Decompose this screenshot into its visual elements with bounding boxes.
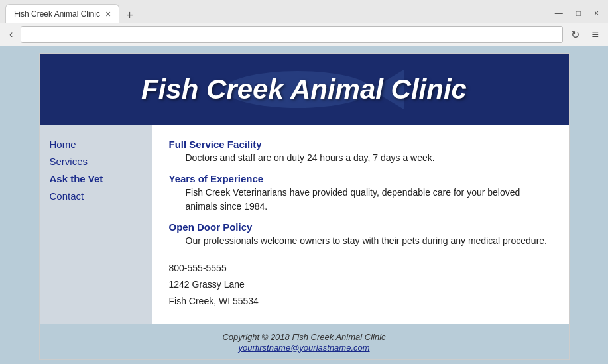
text-open-door: Our professionals welcome owners to stay… <box>186 234 552 248</box>
footer-email-link[interactable]: yourfirstname@yourlastname.com <box>46 343 562 353</box>
website-wrapper: Fish Creek Animal Clinic Home Services A… <box>0 46 608 364</box>
sidebar-item-ask-vet[interactable]: Ask the Vet <box>50 173 142 185</box>
refresh-button[interactable]: ↻ <box>567 27 583 42</box>
maximize-button[interactable]: □ <box>572 7 585 19</box>
ask-vet-link[interactable]: Ask the Vet <box>50 173 103 184</box>
text-full-service: Doctors and staff are on duty 24 hours a… <box>186 151 552 165</box>
sidebar: Home Services Ask the Vet Contact <box>40 125 152 324</box>
site-header: Fish Creek Animal Clinic <box>40 54 569 125</box>
tab-close-icon[interactable]: × <box>105 9 111 19</box>
section-open-door: Open Door Policy Our professionals welco… <box>169 221 552 248</box>
section-full-service: Full Service Facility Doctors and staff … <box>169 139 552 165</box>
window-controls: — □ × <box>551 7 603 19</box>
sidebar-nav: Home Services Ask the Vet Contact <box>50 139 142 202</box>
services-link[interactable]: Services <box>50 156 88 167</box>
site-title: Fish Creek Animal Clinic <box>53 74 556 105</box>
address-bar[interactable] <box>21 26 563 43</box>
main-content: Full Service Facility Doctors and staff … <box>152 125 569 324</box>
minimize-button[interactable]: — <box>551 7 567 19</box>
contact-link[interactable]: Contact <box>50 190 84 202</box>
sidebar-item-contact[interactable]: Contact <box>50 190 142 202</box>
text-experience: Fish Creek Veterinarians have provided q… <box>186 186 552 213</box>
home-link[interactable]: Home <box>50 139 76 150</box>
heading-full-service: Full Service Facility <box>169 139 552 150</box>
site-body: Home Services Ask the Vet Contact Ful <box>40 125 569 324</box>
window-close-button[interactable]: × <box>590 7 603 19</box>
new-tab-button[interactable]: + <box>122 9 137 23</box>
navigation-bar: ‹ ↻ ≡ <box>0 23 608 46</box>
browser-chrome: Fish Creek Animal Clinic × + — □ × ‹ ↻ ≡ <box>0 0 608 46</box>
back-button[interactable]: ‹ <box>5 27 17 42</box>
sidebar-item-home[interactable]: Home <box>50 139 142 151</box>
heading-experience: Years of Experience <box>169 173 552 184</box>
contact-address1: 1242 Grassy Lane <box>169 276 552 293</box>
browser-tab[interactable]: Fish Creek Animal Clinic × <box>5 4 119 23</box>
tab-area: Fish Creek Animal Clinic × + <box>5 4 551 23</box>
heading-open-door: Open Door Policy <box>169 221 552 233</box>
website: Fish Creek Animal Clinic Home Services A… <box>39 53 570 360</box>
title-bar: Fish Creek Animal Clinic × + — □ × <box>0 0 608 23</box>
tab-title: Fish Creek Animal Clinic <box>14 9 100 19</box>
browser-menu-button[interactable]: ≡ <box>587 27 603 43</box>
contact-info: 800-555-5555 1242 Grassy Lane Fish Creek… <box>169 260 552 310</box>
contact-address2: Fish Creek, WI 55534 <box>169 293 552 310</box>
footer-copyright: Copyright © 2018 Fish Creek Animal Clini… <box>222 332 385 342</box>
sidebar-item-services[interactable]: Services <box>50 156 142 168</box>
contact-phone: 800-555-5555 <box>169 260 552 276</box>
section-experience: Years of Experience Fish Creek Veterinar… <box>169 173 552 213</box>
site-footer: Copyright © 2018 Fish Creek Animal Clini… <box>40 324 569 359</box>
